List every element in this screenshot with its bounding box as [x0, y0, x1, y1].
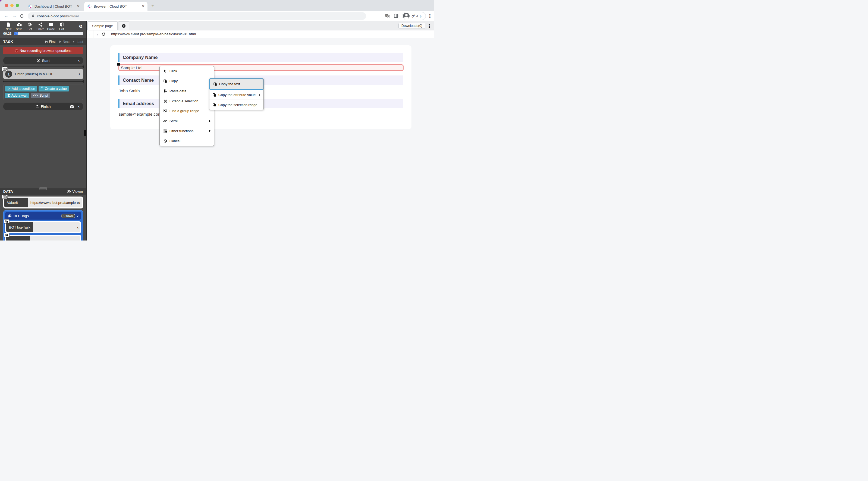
start-bar[interactable]: Start ‹ — [3, 57, 83, 64]
menu-item-click[interactable]: Click — [160, 66, 214, 76]
side-panel-icon[interactable] — [394, 13, 399, 18]
bot-log-task-input[interactable]: ‹ — [33, 222, 80, 232]
email-value: sample@example.com — [119, 112, 162, 117]
value6-input[interactable]: https://www.c-bot.pro/sample-e ‹ — [28, 198, 82, 207]
guide-button[interactable]: Guide — [45, 22, 56, 31]
menu-item-scroll[interactable]: Scroll — [160, 116, 214, 126]
share-button[interactable]: Share — [35, 22, 45, 31]
submenu-item-copy-selection-range[interactable]: Copy the selection range — [209, 100, 264, 110]
zoom-window-button[interactable] — [16, 4, 19, 7]
object-group-icon — [163, 109, 167, 113]
lock-icon — [31, 14, 35, 18]
copy-icon — [213, 103, 216, 107]
close-tab-icon[interactable]: ✕ — [76, 4, 80, 8]
chrome-toolbar-right: G ゲスト ••• — [385, 12, 431, 20]
hourglass-icon — [7, 94, 10, 97]
start-label: Start — [42, 59, 50, 63]
avatar — [403, 13, 409, 19]
last-step-button[interactable]: Last — [73, 40, 83, 44]
expand-bot-log-task-icon[interactable]: ‹ — [77, 225, 79, 230]
close-window-button[interactable] — [5, 4, 8, 7]
bot-log-extra-card[interactable] — [5, 235, 81, 241]
timer-progress-fill — [14, 32, 18, 35]
back-icon[interactable]: ← — [3, 13, 9, 19]
tab-title: Dashboard | Cloud BOT — [34, 4, 74, 8]
menu-item-paste-data[interactable]: Paste data — [160, 86, 214, 96]
submenu-caret-icon — [209, 120, 211, 122]
collapse-sidebar-icon[interactable]: « — [79, 22, 84, 29]
remote-reload-icon[interactable] — [100, 30, 107, 38]
finish-label: Finish — [41, 104, 51, 108]
add-wait-button[interactable]: Add a wait — [5, 93, 29, 98]
viewer-button[interactable]: Viewer — [67, 189, 83, 194]
menu-item-cancel[interactable]: Cancel — [160, 136, 214, 146]
step-insert-divider[interactable] — [3, 66, 83, 67]
camera-icon[interactable] — [70, 105, 74, 108]
remote-browser-menu-icon[interactable]: ••• — [429, 24, 430, 28]
url-path: /browser — [65, 14, 79, 18]
cloudbot-app: New Save Set Share Guide — [0, 21, 434, 241]
remote-forward-icon[interactable]: → — [93, 30, 100, 38]
bot-logs-header[interactable]: BOT logs 0 rows ‹ — [5, 212, 81, 220]
file-icon — [6, 22, 10, 27]
branch-icon — [7, 87, 10, 90]
task-title: TASK — [3, 40, 13, 44]
share-label: Share — [36, 27, 44, 31]
collapse-finish-icon[interactable]: ‹ — [78, 104, 80, 108]
tab-browser-active[interactable]: Browser | Cloud BOT ✕ — [84, 2, 148, 11]
recording-dot-icon — [15, 49, 18, 53]
data-panel-drag-handle[interactable] — [39, 187, 47, 190]
remote-new-tab-button[interactable] — [118, 22, 129, 30]
menu-item-extend-selection[interactable]: Extend a selection — [160, 96, 214, 106]
ban-icon — [163, 139, 167, 143]
remote-url[interactable]: https://www.c-bot.pro/sample-en/basic/ba… — [107, 32, 196, 36]
tab-dashboard[interactable]: Dashboard | Cloud BOT ✕ — [25, 2, 83, 11]
forward-icon[interactable]: → — [11, 13, 18, 19]
remote-tab-sample-page[interactable]: Sample page — [88, 22, 118, 30]
exit-button[interactable]: Exit — [56, 22, 67, 31]
paste-icon — [163, 89, 167, 93]
new-tab-button[interactable]: + — [151, 3, 155, 9]
downloads-button[interactable]: Downloads(0) — [398, 23, 425, 29]
minimize-window-button[interactable] — [10, 4, 13, 7]
tab-title: Browser | Cloud BOT — [94, 4, 139, 8]
step-insert-divider[interactable] — [3, 81, 83, 82]
sidebar-resize-handle[interactable] — [84, 130, 86, 136]
quote-icon: ” — [41, 87, 43, 90]
submenu-item-copy-text[interactable]: Copy the text — [209, 78, 264, 90]
selection-drag-handle[interactable] — [117, 63, 120, 66]
value6-card[interactable]: Value6 https://www.c-bot.pro/sample-e ‹ — [3, 196, 83, 209]
submenu-item-copy-attribute[interactable]: Copy the attribute value — [209, 90, 264, 100]
bot-log-task-card[interactable]: BOT log-Task ‹ — [5, 221, 81, 233]
expand-value6-icon[interactable]: ‹ — [79, 200, 81, 205]
remote-back-icon[interactable]: ← — [87, 30, 93, 38]
first-step-button[interactable]: First — [45, 40, 55, 44]
next-step-button[interactable]: Next — [59, 40, 70, 44]
profile-chip[interactable]: ゲスト — [402, 12, 426, 20]
menu-item-find-group-range[interactable]: Find a group range — [160, 106, 214, 116]
grid-icon — [163, 129, 167, 133]
translate-icon[interactable]: G — [385, 13, 390, 19]
collapse-bot-logs-icon[interactable]: ‹ — [77, 214, 79, 218]
value6-label: Value6 — [4, 198, 28, 207]
menu-item-copy[interactable]: Copy — [160, 76, 214, 86]
save-button[interactable]: Save — [14, 22, 25, 31]
bot-logs-label: BOT logs — [13, 214, 29, 218]
create-value-button[interactable]: ” Create a value — [38, 86, 69, 92]
finish-bar[interactable]: Finish ‹ — [3, 103, 83, 110]
menu-item-other-functions[interactable]: Other functions — [160, 126, 214, 136]
collapse-start-icon[interactable]: ‹ — [78, 58, 80, 63]
task-bar: TASK First Next Last — [0, 38, 86, 45]
eye-icon — [67, 190, 71, 193]
address-bar[interactable]: console.c-bot.pro/browser — [28, 12, 366, 20]
close-tab-icon[interactable]: ✕ — [142, 4, 145, 8]
script-button[interactable]: </> Script — [31, 93, 50, 98]
copy-pages-icon — [4, 233, 9, 237]
chrome-menu-icon[interactable]: ••• — [429, 14, 431, 18]
collapse-step-icon[interactable]: ‹ — [79, 72, 80, 76]
add-condition-button[interactable]: Add a condition — [5, 86, 37, 92]
set-button[interactable]: Set — [25, 22, 35, 31]
new-button[interactable]: New — [3, 22, 14, 31]
step-1-card[interactable]: 1 Enter [Value6] in a URL ‹ — [3, 69, 83, 79]
reload-icon[interactable] — [20, 14, 26, 18]
